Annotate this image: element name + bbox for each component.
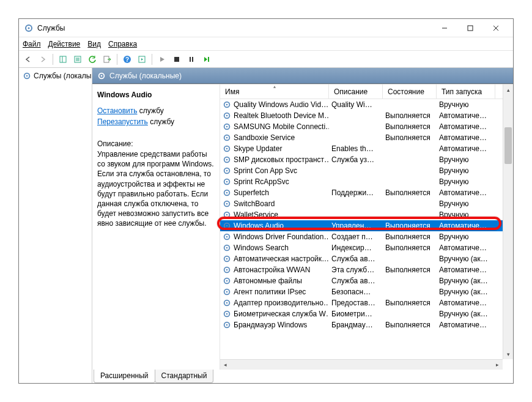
service-row[interactable]: Адаптер производительно…Предостав…Выполн… bbox=[220, 297, 513, 308]
service-startup: Вручную (ак… bbox=[437, 310, 495, 318]
svg-point-43 bbox=[226, 203, 228, 205]
scroll-right-icon[interactable]: ▸ bbox=[492, 360, 503, 370]
service-row[interactable]: SAMSUNG Mobile Connecti…ВыполняетсяАвтом… bbox=[220, 121, 513, 132]
service-row[interactable]: Брандмауэр WindowsБрандмау…ВыполняетсяАв… bbox=[220, 319, 513, 330]
service-startup: Вручную bbox=[437, 199, 495, 208]
service-row[interactable]: Автоматическая настройк…Служба ав…Вручну… bbox=[220, 253, 513, 264]
service-state: Выполняется bbox=[383, 111, 437, 120]
service-startup: Вручную bbox=[437, 210, 495, 219]
action-button[interactable] bbox=[135, 53, 149, 66]
gear-icon bbox=[223, 144, 231, 153]
panel-header: Службы (локальные) bbox=[92, 68, 513, 84]
column-state[interactable]: Состояние bbox=[383, 84, 437, 99]
service-desc: Служба ав… bbox=[329, 255, 383, 263]
service-state: Выполняется bbox=[383, 244, 437, 252]
service-row[interactable]: Realtek Bluetooth Device M…ВыполняетсяАв… bbox=[220, 110, 513, 121]
export-button[interactable] bbox=[100, 53, 114, 66]
service-desc: Индексир… bbox=[329, 244, 383, 252]
service-row[interactable]: Биометрическая служба W…Биометри…Вручную… bbox=[220, 308, 513, 319]
service-state: Выполняется bbox=[383, 221, 437, 230]
scroll-down-icon[interactable]: ▾ bbox=[503, 349, 513, 359]
service-row[interactable]: Sprint Con App SvcВручную bbox=[220, 165, 513, 176]
restart-service-button[interactable] bbox=[199, 53, 213, 66]
menu-action[interactable]: Действие bbox=[48, 40, 81, 48]
service-row[interactable]: Skype UpdaterEnables th…Автоматиче… bbox=[220, 143, 513, 154]
panel-header-label: Службы (локальные) bbox=[109, 72, 182, 80]
forward-button[interactable] bbox=[36, 53, 50, 66]
tab-extended[interactable]: Расширенный bbox=[94, 370, 155, 383]
tree-root-services[interactable]: Службы (локалы bbox=[21, 70, 89, 81]
service-row[interactable]: Автонастройка WWANЭта служб…ВыполняетсяА… bbox=[220, 264, 513, 275]
svg-point-33 bbox=[226, 148, 228, 150]
menu-view[interactable]: Вид bbox=[87, 40, 101, 48]
scroll-left-icon[interactable]: ◂ bbox=[220, 360, 231, 370]
service-row[interactable]: WalletServiceВручную bbox=[220, 209, 513, 220]
menu-file[interactable]: Файл bbox=[23, 40, 41, 48]
service-startup: Вручную bbox=[437, 155, 495, 164]
maximize-button[interactable] bbox=[458, 20, 482, 37]
service-startup: Автоматиче… bbox=[437, 133, 495, 142]
vertical-scrollbar[interactable]: ▴ ▾ bbox=[503, 84, 513, 359]
scroll-thumb[interactable] bbox=[504, 127, 512, 164]
detail-pane: Windows Audio Остановить службу Перезапу… bbox=[92, 84, 220, 370]
stop-service-button[interactable] bbox=[170, 53, 183, 66]
pause-service-button[interactable] bbox=[185, 53, 198, 66]
svg-point-55 bbox=[226, 269, 228, 271]
back-button[interactable] bbox=[21, 53, 35, 66]
service-startup: Вручную (ак… bbox=[437, 288, 495, 296]
service-row[interactable]: Sprint RcAppSvcВручную bbox=[220, 176, 513, 187]
service-desc: Поддержи… bbox=[329, 188, 383, 197]
service-startup: Вручную bbox=[437, 100, 495, 109]
service-row[interactable]: SMP дисковых пространст…Служба уз…Вручну… bbox=[220, 154, 513, 165]
show-hide-tree-button[interactable] bbox=[56, 53, 70, 66]
service-row[interactable]: SwitchBoardВручную bbox=[220, 198, 513, 209]
column-description[interactable]: Описание bbox=[329, 84, 383, 99]
service-row[interactable]: Sandboxie ServiceВыполняетсяАвтоматиче… bbox=[220, 132, 513, 143]
refresh-button[interactable] bbox=[86, 53, 99, 66]
service-startup: Автоматиче… bbox=[437, 299, 495, 307]
service-row[interactable]: SuperfetchПоддержи…ВыполняетсяАвтоматиче… bbox=[220, 187, 513, 198]
svg-rect-17 bbox=[190, 57, 191, 62]
service-startup: Вручную bbox=[437, 233, 495, 241]
svg-text:?: ? bbox=[125, 56, 129, 63]
service-name: SAMSUNG Mobile Connecti… bbox=[234, 122, 329, 131]
service-row[interactable]: Автономные файлыСлужба ав…Вручную (ак… bbox=[220, 275, 513, 286]
scroll-up-icon[interactable]: ▴ bbox=[503, 84, 513, 95]
list-body[interactable]: Quality Windows Audio Vid…Quality Wi…Вру… bbox=[220, 99, 513, 370]
gear-icon bbox=[223, 122, 231, 131]
service-name: Quality Windows Audio Vid… bbox=[234, 100, 328, 109]
service-row[interactable]: Windows Driver Foundation…Создает п…Выпо… bbox=[220, 231, 513, 242]
service-name: WalletService bbox=[234, 210, 278, 219]
start-service-button[interactable] bbox=[155, 53, 169, 66]
column-startup[interactable]: Тип запуска bbox=[437, 84, 495, 99]
service-row[interactable]: Агент политики IPsecБезопасн…Вручную (ак… bbox=[220, 286, 513, 297]
service-name: SMP дисковых пространст… bbox=[234, 155, 329, 164]
svg-point-49 bbox=[226, 236, 228, 238]
service-row[interactable]: Windows AudioУправлен…ВыполняетсяАвтомат… bbox=[220, 220, 513, 231]
service-startup: Автоматиче… bbox=[437, 122, 495, 131]
svg-rect-19 bbox=[208, 57, 209, 62]
menu-help[interactable]: Справка bbox=[108, 40, 137, 48]
service-startup: Автоматиче… bbox=[437, 144, 495, 153]
right-pane: Службы (локальные) Windows Audio Останов… bbox=[92, 68, 513, 383]
properties-button[interactable] bbox=[71, 53, 84, 66]
service-desc: Безопасн… bbox=[329, 288, 383, 296]
help-button[interactable]: ? bbox=[120, 53, 134, 66]
column-name[interactable]: Имя▴ bbox=[220, 84, 329, 99]
service-row[interactable]: Quality Windows Audio Vid…Quality Wi…Вру… bbox=[220, 99, 513, 110]
services-list: Имя▴ Описание Состояние Тип запуска Qual… bbox=[220, 84, 513, 370]
minimize-button[interactable] bbox=[432, 20, 457, 37]
gear-icon bbox=[223, 199, 231, 208]
service-startup: Автоматиче… bbox=[437, 266, 495, 274]
tab-standard[interactable]: Стандартный bbox=[155, 370, 214, 383]
service-row[interactable]: Windows SearchИндексир…ВыполняетсяАвтома… bbox=[220, 242, 513, 253]
svg-point-31 bbox=[226, 137, 228, 139]
svg-point-61 bbox=[226, 302, 228, 304]
stop-link[interactable]: Остановить bbox=[97, 106, 138, 115]
horizontal-scrollbar[interactable]: ◂ ▸ bbox=[220, 359, 503, 370]
service-name: Windows Driver Foundation… bbox=[234, 233, 329, 241]
restart-link[interactable]: Перезапустить bbox=[97, 117, 148, 126]
service-name: Superfetch bbox=[234, 188, 269, 197]
tree-pane[interactable]: Службы (локалы bbox=[19, 68, 92, 383]
close-button[interactable] bbox=[484, 20, 508, 37]
